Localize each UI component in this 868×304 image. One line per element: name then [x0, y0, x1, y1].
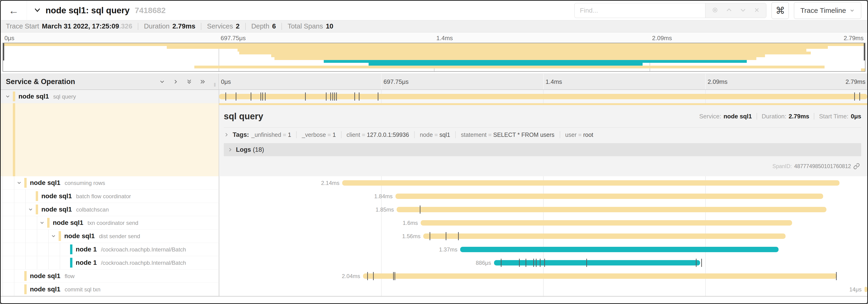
- keyboard-shortcuts-button[interactable]: ⌘: [772, 2, 789, 19]
- span-bar[interactable]: [423, 234, 785, 239]
- chevron-right-icon: [224, 132, 229, 137]
- trace-title-group[interactable]: node sql1: sql query 7418682: [33, 6, 575, 15]
- span-name-label[interactable]: node sql1batch flow coordinator: [41, 192, 131, 200]
- log-marker: [332, 93, 333, 101]
- span-tree-cell[interactable]: node sql1txn coordinator send: [1, 216, 219, 230]
- minimap-span-row: [3, 52, 865, 55]
- link-icon[interactable]: [853, 163, 860, 170]
- clear-find-icon[interactable]: [753, 7, 760, 14]
- span-color-bar: [24, 271, 27, 281]
- span-bar[interactable]: [363, 273, 837, 279]
- span-tree-cell[interactable]: node sql1commit sql txn: [1, 283, 219, 296]
- span-tree-cell[interactable]: node sql1colbatchscan: [1, 203, 219, 216]
- chevron-down-icon[interactable]: [5, 94, 10, 99]
- minimap-canvas[interactable]: [3, 43, 865, 72]
- span-name-label[interactable]: node sql1dist sender send: [64, 232, 140, 240]
- minimap-span-bar: [239, 52, 810, 55]
- span-duration-label: 2.04ms: [342, 273, 360, 279]
- log-marker: [305, 93, 306, 101]
- span-bar[interactable]: [421, 220, 792, 226]
- span-row: node sql1sql query: [1, 90, 867, 103]
- span-row: node sql1txn coordinator send1.6ms: [1, 216, 867, 230]
- span-tree-cell[interactable]: node 1/cockroach.roachpb.Internal/Batch: [1, 243, 219, 256]
- tags-accordion[interactable]: Tags:_unfinished = 1_verbose = 1client =…: [224, 128, 861, 142]
- span-color-bar: [70, 244, 72, 254]
- minimap-left-handle[interactable]: [3, 43, 4, 61]
- find-next-icon[interactable]: [740, 6, 747, 14]
- tag-equals: =: [433, 131, 440, 138]
- span-name-label[interactable]: node sql1commit sql txn: [30, 285, 100, 293]
- summary-value: 6: [272, 23, 276, 30]
- span-bar[interactable]: [865, 287, 867, 292]
- column-resizer[interactable]: ‖: [214, 82, 216, 88]
- span-timeline-cell: [219, 90, 867, 103]
- chevron-down-icon[interactable]: [51, 233, 56, 239]
- chevron-down-icon[interactable]: [28, 207, 33, 212]
- tag-item: client = 127.0.0.1:59936: [347, 131, 409, 138]
- page-title: node sql1: sql query: [45, 6, 130, 15]
- summary-label: Trace Start: [6, 23, 39, 30]
- operation-name: dist sender send: [99, 233, 140, 239]
- collapse-all-icon[interactable]: [159, 78, 165, 85]
- log-marker: [265, 93, 266, 101]
- operation-name: colbatchscan: [76, 206, 109, 213]
- trace-id: 7418682: [135, 6, 165, 15]
- span-bar[interactable]: [219, 94, 867, 99]
- span-tree-cell[interactable]: node 1/cockroach.roachpb.Internal/Batch: [1, 256, 219, 269]
- find-group: [575, 3, 766, 18]
- expand-one-icon[interactable]: [173, 78, 179, 85]
- log-marker: [225, 93, 226, 101]
- tag-key: _unfinished: [251, 131, 281, 138]
- log-marker: [395, 272, 395, 280]
- span-tree-cell[interactable]: node sql1flow: [1, 269, 219, 283]
- chevron-down-icon[interactable]: [17, 180, 22, 185]
- logs-accordion[interactable]: Logs (18): [224, 143, 861, 156]
- top-bar: ← node sql1: sql query 7418682: [1, 1, 867, 20]
- find-prev-icon[interactable]: [725, 6, 733, 14]
- span-duration-label: 1.56ms: [402, 233, 421, 240]
- meta-value: node sql1: [723, 113, 752, 120]
- span-name-label[interactable]: node sql1colbatchscan: [41, 206, 109, 213]
- span-duration-label: 14μs: [849, 286, 862, 293]
- span-timeline-cell: 2.04ms: [219, 269, 867, 283]
- span-detail-row: sql queryService:node sql1Duration:2.79m…: [1, 103, 867, 176]
- minimap-span-row: [3, 49, 865, 52]
- span-id-value: 4877749850101760812: [794, 163, 851, 170]
- span-tree-cell[interactable]: node sql1sql query: [1, 90, 219, 103]
- span-tree-cell[interactable]: node sql1dist sender send: [1, 230, 219, 243]
- span-duration-label: 1.84ms: [374, 193, 393, 200]
- tag-equals: =: [326, 131, 333, 138]
- summary-item: Duration2.79ms: [144, 23, 195, 30]
- chevron-down-icon[interactable]: [39, 220, 45, 226]
- tag-value: sql1: [439, 131, 450, 138]
- span-name-label[interactable]: node 1/cockroach.roachpb.Internal/Batch: [76, 246, 186, 253]
- operation-name: /cockroach.roachpb.Internal/Batch: [101, 246, 186, 252]
- span-name-label[interactable]: node sql1consuming rows: [30, 179, 105, 187]
- span-bar[interactable]: [397, 207, 827, 212]
- span-bar[interactable]: [342, 180, 839, 185]
- expand-all-icon[interactable]: [199, 78, 206, 85]
- find-input[interactable]: [575, 3, 705, 18]
- span-id-label: SpanID:: [772, 163, 792, 170]
- locate-icon[interactable]: [712, 6, 718, 14]
- summary-label: Services: [207, 23, 233, 30]
- span-bar[interactable]: [494, 260, 700, 266]
- log-marker: [859, 93, 860, 101]
- span-bar[interactable]: [460, 247, 778, 252]
- span-bar[interactable]: [396, 194, 824, 199]
- span-name-label[interactable]: node sql1txn coordinator send: [53, 219, 138, 227]
- span-name-label[interactable]: node 1/cockroach.roachpb.Internal/Batch: [76, 259, 186, 266]
- summary-separator: [201, 23, 202, 30]
- span-name-label[interactable]: node sql1flow: [30, 272, 74, 280]
- tag-item: user = root: [565, 131, 593, 138]
- span-name-label[interactable]: node sql1sql query: [19, 93, 76, 100]
- span-tree-cell[interactable]: node sql1consuming rows: [1, 176, 219, 190]
- collapse-all-deep-icon[interactable]: [186, 78, 192, 85]
- view-selector-button[interactable]: Trace Timeline: [794, 2, 861, 19]
- back-button[interactable]: ←: [1, 1, 27, 20]
- minimap-tick-label: 2.79ms: [844, 35, 864, 42]
- chevron-down-icon: [33, 6, 41, 15]
- summary-value: 2: [236, 23, 240, 30]
- span-tree-cell[interactable]: node sql1batch flow coordinator: [1, 190, 219, 203]
- minimap-right-handle[interactable]: [864, 43, 865, 61]
